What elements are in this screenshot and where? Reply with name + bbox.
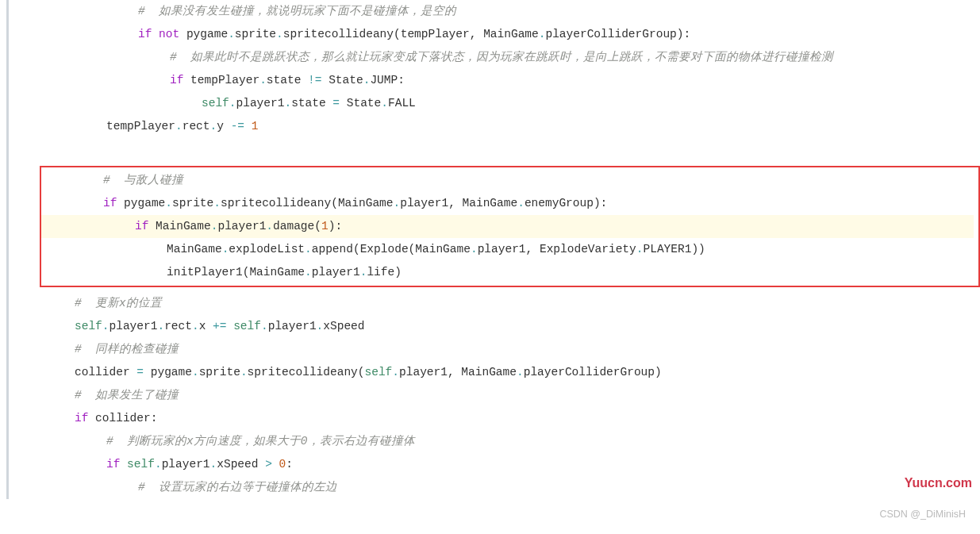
code-line: # 判断玩家的x方向速度，如果大于0，表示右边有碰撞体 xyxy=(44,430,980,453)
comment: # 更新x的位置 xyxy=(75,297,162,309)
code-line: self.player1.rect.x += self.player1.xSpe… xyxy=(44,315,980,338)
code-line: # 设置玩家的右边等于碰撞体的左边 xyxy=(44,476,980,499)
code-line: if collider: xyxy=(44,407,980,430)
watermark-top: Yuucn.com xyxy=(905,471,972,494)
code-block: # 如果没有发生碰撞，就说明玩家下面不是碰撞体，是空的 if not pygam… xyxy=(6,0,980,499)
comment: # 如果发生了碰撞 xyxy=(75,389,179,401)
comment: # 与敌人碰撞 xyxy=(103,174,183,186)
comment: # 如果没有发生碰撞，就说明玩家下面不是碰撞体，是空的 xyxy=(138,5,456,17)
blank-line xyxy=(44,138,980,161)
code-line: tempPlayer.rect.y -= 1 xyxy=(44,115,980,138)
code-line: # 同样的检查碰撞 xyxy=(44,338,980,361)
comment: # 设置玩家的右边等于碰撞体的左边 xyxy=(138,481,337,494)
comment: # 同样的检查碰撞 xyxy=(75,343,179,355)
code-line: MainGame.explodeList.append(Explode(Main… xyxy=(41,238,974,261)
code-line-highlighted: if MainGame.player1.damage(1): xyxy=(41,215,974,238)
code-line: # 如果发生了碰撞 xyxy=(44,384,980,407)
code-line: if tempPlayer.state != State.JUMP: xyxy=(44,69,980,92)
comment: # 如果此时不是跳跃状态，那么就让玩家变成下落状态，因为玩家在跳跃时，是向上跳跃… xyxy=(170,51,833,63)
code-line: if self.player1.xSpeed > 0: xyxy=(44,453,980,476)
code-line: self.player1.state = State.FALL xyxy=(44,92,980,115)
code-line: collider = pygame.sprite.spritecollidean… xyxy=(44,361,980,384)
code-line: if pygame.sprite.spritecollideany(MainGa… xyxy=(41,192,974,215)
code-line: initPlayer1(MainGame.player1.life) xyxy=(41,261,974,284)
code-line: # 更新x的位置 xyxy=(44,292,980,315)
code-line: # 如果此时不是跳跃状态，那么就让玩家变成下落状态，因为玩家在跳跃时，是向上跳跃… xyxy=(44,46,980,69)
comment: # 判断玩家的x方向速度，如果大于0，表示右边有碰撞体 xyxy=(106,435,415,448)
code-line: # 与敌人碰撞 xyxy=(41,169,974,192)
code-line: # 如果没有发生碰撞，就说明玩家下面不是碰撞体，是空的 xyxy=(44,0,980,23)
code-line: if not pygame.sprite.spritecollideany(te… xyxy=(44,23,980,46)
highlighted-block: # 与敌人碰撞 if pygame.sprite.spritecollidean… xyxy=(40,166,980,287)
watermark-bottom: CSDN @_DiMinisH xyxy=(879,503,966,526)
